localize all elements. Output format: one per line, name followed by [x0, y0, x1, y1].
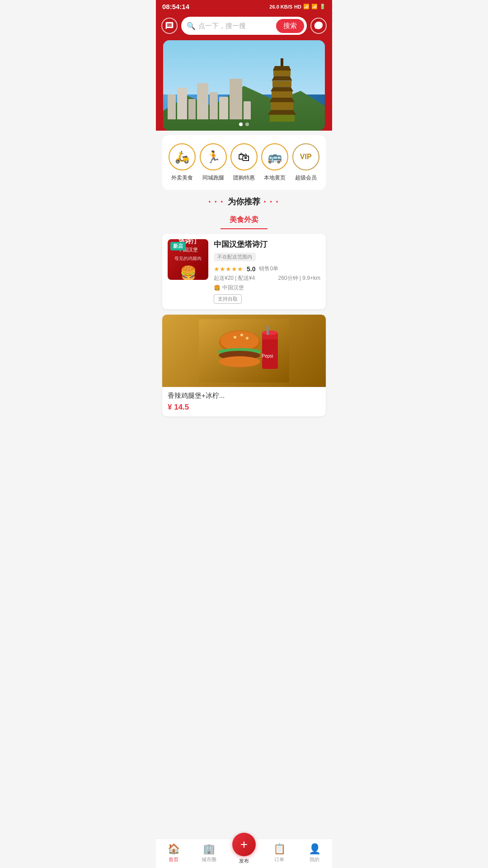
recommend-dots-left: • • • [209, 198, 224, 205]
chat-icon[interactable] [161, 18, 178, 34]
category-huangye[interactable]: 🚌 本地黄页 [261, 143, 288, 182]
category-waimai[interactable]: 🛵 外卖美食 [169, 143, 196, 182]
hd-badge: HD [294, 4, 301, 9]
product-card[interactable]: Pepsi 香辣鸡腿堡+冰柠... ¥ 14.5 [162, 315, 326, 416]
svg-point-4 [240, 334, 243, 336]
category-tongcheng[interactable]: 🏃 同城跑腿 [200, 143, 227, 182]
recommend-title: 为你推荐 [228, 196, 260, 207]
vip-icon: VIP [292, 143, 319, 170]
categories-list: 🛵 外卖美食 🏃 同城跑腿 🛍 团购特惠 🚌 本地黄页 VIP 超级会员 [167, 143, 321, 182]
min-order: 起送¥20 | 配送¥4 [214, 274, 255, 282]
banner-dots [239, 123, 249, 126]
product-info: 香辣鸡腿堡+冰柠... ¥ 14.5 [162, 387, 326, 416]
category-vip[interactable]: VIP 超级会员 [292, 143, 319, 182]
rating-score: 5.0 [247, 265, 255, 273]
recommend-header: • • • 为你推荐 • • • [156, 196, 332, 207]
banner-image[interactable] [163, 40, 325, 131]
thumb-desc: 母见的鸡腿肉 [174, 255, 202, 262]
svg-point-2 [220, 331, 259, 351]
delivery-info: 起送¥20 | 配送¥4 260分钟 | 9.9+km [214, 274, 320, 282]
restaurant-card[interactable]: 新店 塔诗汀 中国汉堡 母见的鸡腿肉 🍔 中国汉堡塔诗汀 不在配送范围内 ★★★… [162, 234, 326, 309]
network-speed: 26.0 KB/S [269, 4, 292, 9]
no-delivery-badge: 不在配送范围内 [214, 253, 256, 261]
category-icon: 🍔 [214, 285, 221, 291]
huangye-label: 本地黄页 [264, 174, 286, 182]
categories-card: 🛵 外卖美食 🏃 同城跑腿 🛍 团购特惠 🚌 本地黄页 VIP 超级会员 [162, 135, 326, 190]
restaurant-info: 新店 塔诗汀 中国汉堡 母见的鸡腿肉 🍔 中国汉堡塔诗汀 不在配送范围内 ★★★… [162, 234, 326, 309]
category-name: 中国汉堡 [222, 284, 244, 292]
tabs-bar: 美食外卖 [156, 212, 332, 229]
product-image: Pepsi [199, 319, 289, 382]
product-name: 香辣鸡腿堡+冰柠... [168, 392, 320, 400]
new-badge: 新店 [170, 242, 186, 250]
rating-row: ★★★★★ 5.0 销售0单 [214, 265, 320, 273]
svg-text:Pepsi: Pepsi [262, 354, 273, 359]
restaurant-thumbnail: 新店 塔诗汀 中国汉堡 母见的鸡腿肉 🍔 [168, 239, 208, 280]
product-price: ¥ 14.5 [168, 403, 320, 412]
svg-point-3 [234, 336, 236, 339]
self-pickup-badge: 支持自取 [214, 294, 242, 304]
svg-rect-12 [267, 326, 269, 335]
customer-service-icon[interactable] [310, 18, 327, 34]
distance: 260分钟 | 9.9+km [278, 274, 321, 282]
huangye-icon: 🚌 [261, 143, 288, 170]
tuangou-label: 团购特惠 [233, 174, 255, 182]
signal-icon: 📶 [311, 4, 318, 9]
dot-2 [245, 123, 249, 126]
status-bar: 08:54:14 26.0 KB/S HD 📶 📶 🔋 [156, 0, 332, 13]
sales-count: 销售0单 [259, 265, 278, 273]
status-time: 08:54:14 [162, 3, 189, 10]
svg-point-5 [246, 337, 249, 340]
category-tag: 🍔 中国汉堡 [214, 284, 320, 292]
vip-label: 超级会员 [295, 174, 317, 182]
pagoda [266, 58, 298, 122]
tongcheng-label: 同城跑腿 [202, 174, 224, 182]
search-placeholder: 点一下，搜一搜 [198, 22, 273, 30]
recommend-dots-right: • • • [264, 198, 279, 205]
city-buildings [168, 79, 251, 119]
stars: ★★★★★ [214, 265, 243, 273]
svg-point-8 [219, 356, 260, 367]
tongcheng-icon: 🏃 [200, 143, 227, 170]
tuangou-icon: 🛍 [230, 143, 258, 170]
wifi-icon: 📶 [303, 4, 310, 9]
dot-1 [239, 123, 243, 126]
search-icon: 🔍 [187, 22, 196, 30]
tab-food-delivery[interactable]: 美食外卖 [221, 212, 267, 229]
thumb-emoji: 🍔 [180, 264, 197, 280]
product-thumbnail: Pepsi [162, 315, 326, 387]
search-button[interactable]: 搜索 [276, 19, 304, 33]
search-bar[interactable]: 🔍 点一下，搜一搜 搜索 [181, 17, 307, 35]
restaurant-details: 中国汉堡塔诗汀 不在配送范围内 ★★★★★ 5.0 销售0单 起送¥20 | 配… [214, 239, 320, 304]
restaurant-name: 中国汉堡塔诗汀 [214, 239, 320, 250]
waimai-icon: 🛵 [169, 143, 196, 170]
svg-point-11 [262, 330, 277, 335]
battery-icon: 🔋 [319, 4, 326, 9]
category-tuangou[interactable]: 🛍 团购特惠 [230, 143, 258, 182]
status-icons: 26.0 KB/S HD 📶 📶 🔋 [269, 4, 326, 9]
waimai-label: 外卖美食 [171, 174, 193, 182]
header: 🔍 点一下，搜一搜 搜索 [156, 13, 332, 40]
banner-section [156, 40, 332, 131]
